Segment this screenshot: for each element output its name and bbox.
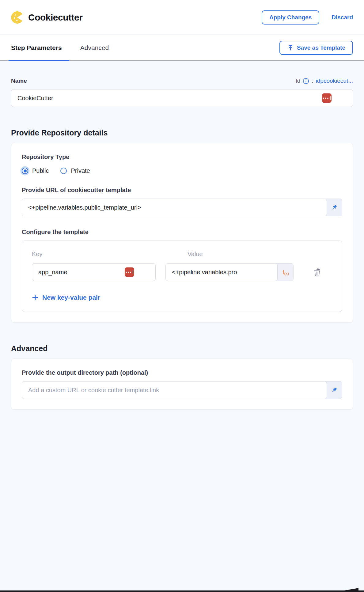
discard-button[interactable]: Discard (332, 14, 353, 21)
repository-details-heading: Provide Repository details (11, 128, 353, 137)
trash-icon (313, 268, 321, 276)
id-label: Id (295, 78, 300, 84)
fixed-value-type-icon[interactable] (322, 93, 332, 103)
radio-private-unselected-icon[interactable] (60, 168, 67, 174)
key-column-header: Key (32, 251, 165, 258)
tabbar-actions: Save as Template (279, 41, 353, 55)
advanced-card: Provide the output directory path (optio… (11, 359, 353, 410)
configure-template-label: Configure the template (22, 229, 342, 236)
step-id-line: Id : idpcookiecut... (295, 78, 353, 84)
repository-type-label: Repository Type (22, 154, 342, 161)
radio-public-selected-icon[interactable] (22, 168, 28, 174)
radio-private-label: Private (71, 167, 90, 174)
page-title: Cookiecutter (28, 12, 82, 23)
radio-option-private[interactable]: Private (60, 167, 90, 174)
name-input-shell (11, 89, 353, 107)
bottom-edge-strip (0, 590, 364, 592)
template-url-label: Provide URL of cookiecutter template (22, 187, 342, 194)
key-value-row: f(x) (32, 263, 332, 281)
cookiecutter-step-panel: Cookiecutter Apply Changes Discard Step … (0, 0, 364, 592)
output-directory-shell (22, 381, 342, 399)
delete-row-button[interactable] (313, 268, 321, 276)
info-icon[interactable] (303, 78, 309, 84)
template-url-input[interactable] (22, 199, 327, 216)
key-input[interactable] (32, 263, 156, 281)
key-value-header: Key Value (32, 251, 332, 258)
brand: Cookiecutter (11, 11, 82, 24)
key-input-shell (32, 263, 156, 281)
value-input-shell: f(x) (165, 263, 294, 281)
id-separator: : (312, 78, 313, 84)
template-url-block: Provide URL of cookiecutter template (22, 187, 342, 216)
template-url-shell (22, 199, 342, 216)
upload-icon (287, 44, 294, 51)
tab-advanced-label: Advanced (80, 44, 109, 51)
radio-public-label: Public (32, 167, 49, 174)
header: Cookiecutter Apply Changes Discard (0, 0, 364, 35)
repository-type-radio-group: Public Private (22, 167, 342, 174)
name-row: Name Id : idpcookiecut... (11, 78, 353, 84)
value-input[interactable] (165, 263, 278, 281)
new-key-value-pair-label: New key-value pair (42, 294, 100, 301)
step-parameters-form: Name Id : idpcookiecut... Pr (0, 61, 364, 410)
advanced-heading: Advanced (11, 344, 353, 353)
cookiecutter-logo-icon (11, 11, 23, 24)
output-directory-label: Provide the output directory path (optio… (22, 369, 342, 376)
tab-step-parameters-label: Step Parameters (11, 44, 62, 51)
save-as-template-button[interactable]: Save as Template (279, 41, 353, 55)
id-value-link[interactable]: idpcookiecut... (316, 78, 353, 84)
radio-option-public[interactable]: Public (22, 167, 49, 174)
name-input[interactable] (11, 89, 353, 107)
output-directory-input[interactable] (22, 381, 327, 399)
fixed-value-type-icon[interactable] (125, 268, 134, 277)
value-column-header: Value (165, 251, 203, 258)
new-key-value-pair-button[interactable]: New key-value pair (32, 294, 100, 301)
header-actions: Apply Changes Discard (262, 10, 353, 25)
name-label: Name (11, 78, 27, 84)
repository-details-card: Repository Type Public Private Provide U… (11, 143, 353, 323)
tab-step-parameters[interactable]: Step Parameters (11, 35, 67, 60)
key-value-box: Key Value f(x) (22, 241, 342, 312)
plus-icon (32, 294, 39, 301)
save-as-template-label: Save as Template (297, 44, 345, 51)
apply-changes-button[interactable]: Apply Changes (262, 10, 319, 25)
fx-sub: (x) (284, 271, 289, 276)
tab-bar: Step Parameters Advanced Save as Templat… (0, 35, 364, 61)
configure-template-block: Configure the template Key Value (22, 229, 342, 312)
tab-advanced[interactable]: Advanced (76, 35, 113, 60)
